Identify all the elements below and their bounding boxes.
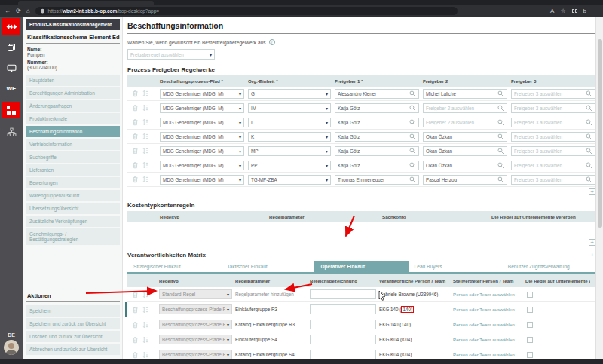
process-path-select[interactable]: MDG Genehmiger (MDG_M)▾ — [160, 89, 244, 99]
reorder-row-icon[interactable] — [142, 336, 149, 344]
cancel-and-back-button[interactable]: Abbrechen und zurück zur Übersicht — [26, 344, 120, 355]
tab-benutzer-zugriffsverwaltung[interactable]: Benutzer Zugriffsverwaltung — [502, 261, 595, 272]
tab-strategischer-einkauf[interactable]: Strategischer Einkauf — [127, 261, 221, 272]
org-unit-select[interactable]: K▾ — [248, 132, 331, 142]
area-input[interactable] — [310, 350, 376, 359]
search-icon[interactable] — [497, 162, 504, 169]
search-icon[interactable] — [497, 90, 504, 97]
process-path-select[interactable]: MDG Genehmiger (MDG_M)▾ — [160, 118, 244, 127]
search-icon[interactable] — [497, 133, 504, 140]
search-icon[interactable] — [497, 176, 504, 183]
sidebar-item-genehmigungsstrategien[interactable]: Genehmigungs- / Bestätigungsstrategien — [26, 228, 120, 245]
delete-and-back-button[interactable]: Löschen und zurück zur Übersicht — [26, 331, 120, 342]
org-unit-select[interactable]: IM▾ — [248, 103, 331, 113]
approver3-field[interactable]: Freigeber 3 auswählen — [511, 175, 595, 185]
copy-icon[interactable] — [4, 41, 19, 54]
area-input[interactable] — [310, 320, 376, 329]
rule-type-select[interactable]: Standard-Regel▾ — [159, 289, 232, 299]
monitor-icon[interactable] — [4, 61, 19, 75]
delete-row-icon[interactable] — [132, 90, 139, 97]
process-path-select[interactable]: MDG Genehmiger (MDG_M)▾ — [160, 175, 244, 185]
sidebar-item-bewertungen[interactable]: Bewertungen — [26, 177, 120, 188]
search-icon[interactable] — [497, 119, 504, 126]
approver2-field[interactable]: Okan Özkan — [423, 146, 507, 156]
delete-row-icon[interactable] — [132, 161, 139, 169]
search-icon[interactable] — [497, 148, 504, 154]
rule-type-select[interactable]: Beschaffungsprozess-Pfade Regel▾ — [159, 304, 232, 314]
reorder-row-icon[interactable] — [142, 104, 149, 112]
sidebar-item-berechtigungen[interactable]: Berechtigungen Administration — [26, 87, 120, 99]
reorder-row-icon[interactable] — [142, 306, 149, 314]
address-bar[interactable]: https://wbw2-int.sbb.b-op.com/bop-deskto… — [35, 7, 458, 15]
sbb-logo[interactable] — [2, 18, 20, 35]
delete-row-icon[interactable] — [132, 118, 139, 126]
search-icon[interactable] — [497, 105, 504, 112]
reorder-row-icon[interactable] — [142, 176, 149, 183]
approver2-field[interactable]: Michel Laliche — [423, 89, 507, 99]
read-aloud-icon[interactable]: A — [550, 8, 554, 14]
browser-essentials-icon[interactable]: b — [583, 8, 586, 14]
inherit-rule-checkbox[interactable] — [527, 337, 533, 343]
org-unit-select[interactable]: I▾ — [248, 118, 331, 127]
reorder-row-icon[interactable] — [142, 90, 149, 97]
approver3-field[interactable]: Freigeber 3 auswählen — [511, 161, 595, 170]
approver1-field[interactable]: Katja Götz — [335, 103, 419, 113]
inherit-rule-checkbox[interactable] — [527, 322, 533, 328]
reorder-row-icon[interactable] — [142, 118, 149, 126]
approver2-field[interactable]: Okan Özkan — [423, 161, 507, 170]
search-icon[interactable] — [586, 133, 592, 140]
approver3-field[interactable]: Freigeber 3 auswählen — [511, 146, 595, 156]
add-parameter-link[interactable]: Regelparameter hinzufügen — [235, 292, 307, 297]
delete-row-icon[interactable] — [132, 351, 139, 359]
add-process-rule-button[interactable]: + — [589, 188, 595, 195]
process-path-select[interactable]: MDG Genehmiger (MDG_M)▾ — [160, 146, 244, 156]
delete-row-icon[interactable] — [132, 321, 139, 329]
reorder-row-icon[interactable] — [142, 291, 149, 298]
select-deputy-link[interactable]: Person oder Team auswählen — [453, 352, 522, 357]
rule-type-select[interactable]: Beschaffungsprozess-Pfade Regel▾ — [159, 350, 232, 359]
save-and-back-button[interactable]: Speichern und zurück zur Übersicht — [26, 318, 120, 329]
search-icon[interactable] — [586, 119, 592, 126]
search-icon[interactable] — [586, 90, 592, 97]
sidebar-item-zusaetzliche-verknuepfungen[interactable]: Zusätzliche Verknüpfungen — [26, 216, 120, 227]
approver1-field[interactable]: Katja Götz — [335, 161, 419, 170]
browser-tab[interactable] — [18, 1, 154, 5]
delete-row-icon[interactable] — [132, 176, 139, 183]
select-deputy-link[interactable]: Person oder Team auswählen — [453, 322, 522, 327]
sidebar-item-warengruppenauskunft[interactable]: Warengruppenauskunft — [26, 190, 120, 201]
search-icon[interactable] — [409, 119, 416, 126]
reorder-row-icon[interactable] — [142, 321, 149, 329]
org-unit-select[interactable]: MP▾ — [248, 146, 331, 156]
sidebar-item-aenderungsanfragen[interactable]: Änderungsanfragen — [26, 100, 120, 112]
inherit-rule-checkbox[interactable] — [527, 292, 533, 298]
approver2-field[interactable]: Pascal Herzog — [423, 175, 507, 185]
tab-operativer-einkauf[interactable]: Operativer Einkauf — [314, 261, 408, 272]
area-input[interactable] — [310, 289, 376, 299]
approver1-field[interactable]: Katja Götz — [335, 132, 419, 142]
save-button[interactable]: Speichern — [26, 305, 120, 317]
search-icon[interactable] — [586, 148, 592, 154]
select-deputy-link[interactable]: Person oder Team auswählen — [453, 337, 522, 342]
approver1-field[interactable]: Katja Götz — [335, 146, 419, 156]
search-icon[interactable] — [409, 90, 416, 97]
rule-type-select[interactable]: Beschaffungsprozess-Pfade Regel▾ — [159, 320, 232, 329]
search-icon[interactable] — [409, 162, 416, 169]
search-icon[interactable] — [409, 133, 416, 140]
orgchart-icon[interactable] — [4, 125, 19, 139]
approver1-field[interactable]: Alessandro Kiener — [335, 89, 419, 99]
delete-row-icon[interactable] — [132, 133, 139, 140]
user-avatar[interactable] — [4, 340, 19, 355]
area-input[interactable] — [310, 335, 376, 344]
approver1-field[interactable]: Thomas Emmenegger — [335, 175, 419, 185]
inherit-rule-checkbox[interactable] — [527, 307, 533, 313]
reorder-row-icon[interactable] — [142, 133, 149, 140]
approver3-field[interactable]: Freigeber 3 auswählen — [511, 103, 595, 113]
active-app-icon[interactable] — [2, 102, 20, 118]
home-icon[interactable]: ⌂ — [26, 8, 30, 14]
approver2-field[interactable]: Freigeber 2 auswählen — [423, 118, 507, 127]
sidebar-item-beschaffungsinformation[interactable]: Beschaffungsinformation — [26, 126, 120, 137]
org-unit-select[interactable]: G▾ — [248, 89, 331, 99]
approver2-field[interactable]: Freigeber 2 auswählen — [423, 103, 507, 113]
search-icon[interactable] — [409, 105, 416, 112]
tab-taktischer-einkauf[interactable]: Taktischer Einkauf — [221, 261, 314, 272]
